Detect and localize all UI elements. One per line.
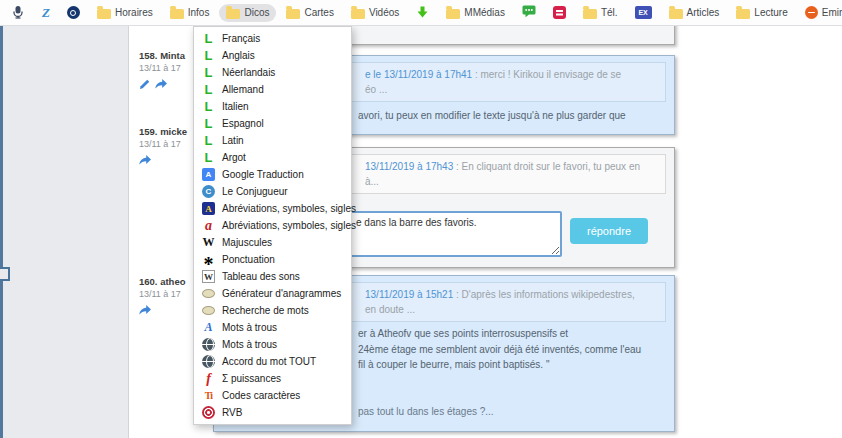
- blue-a-icon: [202, 202, 215, 215]
- reply-button[interactable]: répondre: [570, 218, 648, 244]
- red-menu-icon: [553, 6, 566, 19]
- green-chat-icon: [522, 5, 536, 20]
- menu-item-argot[interactable]: Argot: [194, 149, 351, 166]
- reply-arrow-icon[interactable]: [139, 302, 151, 320]
- bookmark-o[interactable]: [60, 3, 87, 22]
- red-f-icon: [202, 372, 215, 385]
- menu-item-abreviations-1[interactable]: Abréviations, symboles, sigles: [194, 200, 351, 217]
- thread-entry-159: 159. micke 13/11 à 17: [139, 126, 195, 170]
- bookmark-folder-videos[interactable]: Vidéos: [344, 4, 406, 22]
- browser-window: 158. Minta 13/11 à 17 159. micke 13/11 à…: [0, 0, 842, 438]
- post-date: 13/11 à 17: [139, 289, 195, 299]
- menu-item-anglais[interactable]: Anglais: [194, 47, 351, 64]
- bookmark-redmenu[interactable]: [546, 3, 573, 22]
- menu-item-abreviations-2[interactable]: Abréviations, symboles, sigles: [194, 217, 351, 234]
- post-date: 13/11 à 17: [139, 63, 195, 73]
- bookmark-folder-articles[interactable]: Articles: [662, 4, 727, 22]
- red-a-icon: [202, 219, 215, 232]
- larousse-icon: [202, 49, 215, 62]
- folder-icon: [669, 9, 683, 19]
- reply-arrow-icon[interactable]: [139, 152, 151, 170]
- folder-icon: [583, 9, 597, 19]
- message-body: er à Atheofv que ses points interrosuspe…: [358, 326, 662, 419]
- menu-item-rvb[interactable]: RVB: [194, 404, 351, 421]
- bookmark-folder-dicos[interactable]: Dicos: [219, 4, 276, 22]
- menu-item-tableau-des-sons[interactable]: Tableau des sons: [194, 268, 351, 285]
- quote-date-link[interactable]: 13/11/2019 à 17h43: [365, 161, 453, 172]
- z-icon: [42, 5, 50, 21]
- post-author: 160. atheo: [139, 276, 195, 287]
- orange-circle-icon: [805, 6, 818, 19]
- dicos-dropdown-menu: Français Anglais Néerlandais Allemand It…: [193, 26, 352, 425]
- wikipedia-w-icon: [202, 236, 215, 249]
- ex-icon: EX: [635, 6, 652, 19]
- menu-item-majuscules[interactable]: Majuscules: [194, 234, 351, 251]
- black-star-icon: [202, 253, 215, 266]
- menu-item-espagnol[interactable]: Espagnol: [194, 115, 351, 132]
- globe-icon: [202, 338, 215, 351]
- post-date: 13/11 à 17: [139, 139, 195, 149]
- reply-arrow-icon[interactable]: [155, 76, 167, 94]
- thread-entry-160: 160. atheo 13/11 à 17: [139, 276, 195, 320]
- bookmark-folder-horaires[interactable]: Horaires: [90, 4, 160, 22]
- menu-item-accord-du-mot-tout[interactable]: Accord du mot TOUT: [194, 353, 351, 370]
- bookmark-mic[interactable]: [4, 2, 32, 24]
- o-circle-icon: [67, 6, 80, 19]
- bookmark-folder-infos[interactable]: Infos: [163, 4, 217, 22]
- panel-drag-handle[interactable]: [0, 267, 10, 281]
- mic-icon: [11, 5, 25, 21]
- menu-item-latin[interactable]: Latin: [194, 132, 351, 149]
- menu-item-mots-a-trous-2[interactable]: Mots à trous: [194, 336, 351, 353]
- folder-icon: [736, 9, 750, 19]
- folder-icon: [351, 9, 365, 19]
- bookmark-folder-mmedias[interactable]: MMédias: [439, 4, 512, 22]
- bookmark-eminent[interactable]: Eminent Ewent EW...: [798, 3, 842, 22]
- bookmark-folder-tel[interactable]: Tél.: [576, 4, 625, 22]
- menu-item-mots-a-trous-1[interactable]: Mots à trous: [194, 319, 351, 336]
- globe-icon: [202, 355, 215, 368]
- menu-item-codes-caracteres[interactable]: Codes caractères: [194, 387, 351, 404]
- message-body: avori, tu peux en modifier le texte jusq…: [358, 108, 662, 124]
- left-panel-divider: [0, 26, 3, 438]
- bookmark-ex[interactable]: EX: [628, 3, 659, 22]
- menu-item-francais[interactable]: Français: [194, 30, 351, 47]
- folder-icon: [97, 9, 111, 19]
- message-footer-line: pas tout lu dans les étages ?...: [358, 404, 662, 420]
- menu-item-allemand[interactable]: Allemand: [194, 81, 351, 98]
- menu-item-google-traduction[interactable]: Google Traduction: [194, 166, 351, 183]
- larousse-icon: [202, 117, 215, 130]
- menu-item-italien[interactable]: Italien: [194, 98, 351, 115]
- menu-item-puissances[interactable]: Σ puissances: [194, 370, 351, 387]
- larousse-icon: [202, 134, 215, 147]
- post-author: 159. micke: [139, 126, 195, 137]
- rvb-icon: [202, 406, 215, 419]
- larousse-icon: [202, 66, 215, 79]
- boxed-w-icon: [202, 270, 215, 283]
- menu-item-ponctuation[interactable]: Ponctuation: [194, 251, 351, 268]
- oval-icon: [202, 287, 215, 300]
- folder-icon: [226, 9, 240, 19]
- bookmarks-bar: Horaires Infos Dicos Cartes Vidéos MMédi…: [0, 0, 842, 26]
- menu-item-neerlandais[interactable]: Néerlandais: [194, 64, 351, 81]
- larousse-icon: [202, 83, 215, 96]
- oval-icon: [202, 304, 215, 317]
- blue-italic-a-icon: [202, 321, 215, 334]
- bookmark-download[interactable]: [409, 2, 436, 23]
- left-panel: [0, 26, 128, 438]
- larousse-icon: [202, 100, 215, 113]
- quote-date-link[interactable]: 13/11/2019 à 15h21: [365, 289, 453, 300]
- menu-item-le-conjugueur[interactable]: Le Conjugueur: [194, 183, 351, 200]
- menu-item-recherche-de-mots[interactable]: Recherche de mots: [194, 302, 351, 319]
- folder-icon: [286, 9, 300, 19]
- thread-entry-158: 158. Minta 13/11 à 17: [139, 50, 195, 94]
- bookmark-folder-lecture[interactable]: Lecture: [729, 4, 794, 22]
- bookmark-z[interactable]: [35, 2, 57, 24]
- quote-date-link[interactable]: e le 13/11/2019 à 17h41: [365, 69, 472, 80]
- bookmark-folder-cartes[interactable]: Cartes: [279, 4, 340, 22]
- bookmark-chat[interactable]: [515, 2, 543, 23]
- menu-item-generateur-anagrammes[interactable]: Générateur d'anagrammes: [194, 285, 351, 302]
- conjugueur-icon: [202, 185, 215, 198]
- larousse-icon: [202, 151, 215, 164]
- edit-pencil-icon[interactable]: [139, 76, 150, 94]
- folder-icon: [170, 9, 184, 19]
